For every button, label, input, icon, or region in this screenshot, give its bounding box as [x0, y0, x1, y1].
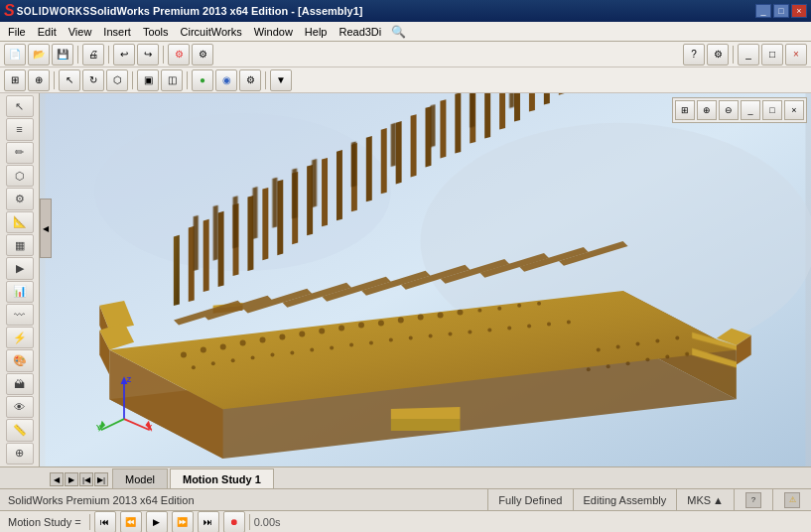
titlebar: S SOLIDWORKS SolidWorks Premium 2013 x64…: [0, 0, 811, 22]
menu-read3di[interactable]: Read3Di: [333, 24, 387, 40]
tab-motion-study-1[interactable]: Motion Study 1: [170, 468, 274, 488]
svg-point-107: [547, 323, 551, 327]
zoom-fit-button[interactable]: ⊞: [4, 69, 26, 91]
motion-forward-button[interactable]: ⏩: [172, 511, 194, 533]
toolbar-view: ⊞ ⊕ ↖ ↻ ⬡ ▣ ◫ ● ◉ ⚙ ▼: [0, 67, 811, 93]
help-icon-button[interactable]: ?: [683, 44, 705, 66]
motion-end-button[interactable]: ⏭: [198, 511, 219, 533]
sep7: [187, 71, 188, 89]
search-button[interactable]: 🔍: [391, 25, 406, 39]
render-button[interactable]: ◉: [215, 69, 237, 91]
tab-last-button[interactable]: ▶|: [94, 472, 108, 486]
svg-point-2: [94, 113, 390, 271]
sidebar-electric[interactable]: ⚡: [6, 327, 34, 348]
close-panel-button[interactable]: ×: [785, 44, 807, 66]
menu-tools[interactable]: Tools: [137, 24, 175, 40]
print-button[interactable]: 🖨: [82, 44, 104, 66]
svg-point-102: [448, 332, 452, 336]
sidebar-flow[interactable]: 〰: [6, 304, 34, 326]
sidebar-appearance[interactable]: 🎨: [6, 349, 34, 371]
options-extra-button[interactable]: ⚙: [707, 44, 729, 66]
sidebar-measure[interactable]: 📏: [6, 419, 34, 441]
menu-file[interactable]: File: [2, 24, 32, 40]
vp-maximize-button[interactable]: □: [762, 100, 782, 120]
view-orient-button[interactable]: ⬡: [106, 69, 128, 91]
vp-zoom-in-button[interactable]: ⊕: [697, 100, 717, 120]
window-controls: _ □ ×: [755, 4, 807, 18]
new-button[interactable]: 📄: [4, 44, 26, 66]
svg-point-115: [597, 348, 601, 352]
redo-button[interactable]: ↪: [137, 44, 159, 66]
menu-view[interactable]: View: [63, 24, 98, 40]
sidebar-simulation[interactable]: 📊: [6, 281, 34, 303]
sidebar-motion[interactable]: ▶: [6, 257, 34, 279]
section-view-button[interactable]: ◫: [161, 69, 183, 91]
sidebar-select[interactable]: ↖: [6, 95, 34, 117]
sidebar-smart-dim[interactable]: ≡: [6, 118, 34, 140]
close-button[interactable]: ×: [791, 4, 807, 18]
save-button[interactable]: 💾: [52, 44, 73, 66]
undo-button[interactable]: ↩: [113, 44, 135, 66]
status-warning-button[interactable]: ⚠: [772, 489, 811, 510]
settings2-button[interactable]: ⚙: [239, 69, 261, 91]
tab-first-button[interactable]: |◀: [79, 472, 93, 486]
svg-rect-30: [396, 121, 402, 184]
sidebar-mesh[interactable]: ▦: [6, 234, 34, 256]
motion-back-button[interactable]: ⏪: [120, 511, 142, 533]
material-button[interactable]: ●: [192, 69, 213, 91]
sidebar-sketch[interactable]: ✏: [6, 142, 34, 164]
motion-study-label: Motion Study =: [4, 516, 85, 528]
sidebar-view-ops[interactable]: 👁: [6, 396, 34, 418]
sidebar-scene[interactable]: 🏔: [6, 373, 34, 395]
rotate-button[interactable]: ↻: [82, 69, 104, 91]
vp-zoom-fit-button[interactable]: ⊞: [675, 100, 695, 120]
motion-sep-2: [249, 514, 250, 530]
menu-edit[interactable]: Edit: [32, 24, 63, 40]
svg-point-97: [349, 343, 353, 347]
sidebar-toggle[interactable]: ◀: [40, 199, 52, 258]
motion-rewind-button[interactable]: ⏮: [94, 511, 116, 533]
status-help-button[interactable]: ?: [734, 489, 772, 510]
sidebar-features[interactable]: ⬡: [6, 165, 34, 187]
svg-point-92: [250, 356, 254, 360]
sidebar-section-prop[interactable]: ⊕: [6, 443, 34, 465]
svg-point-111: [625, 362, 629, 366]
minimize-button[interactable]: _: [755, 4, 771, 18]
minimize-panel-button[interactable]: _: [738, 44, 759, 66]
svg-point-99: [389, 338, 393, 342]
svg-point-101: [428, 334, 432, 338]
maximize-button[interactable]: □: [773, 4, 789, 18]
motion-play-button[interactable]: ▶: [146, 511, 168, 533]
svg-point-84: [457, 310, 463, 316]
svg-rect-38: [514, 93, 520, 122]
viewport[interactable]: Z X Y ⊞ ⊕ ⊖ _ □ ×: [40, 93, 811, 466]
menu-insert[interactable]: Insert: [97, 24, 137, 40]
display-button[interactable]: ▣: [137, 69, 159, 91]
svg-point-118: [655, 339, 659, 343]
open-button[interactable]: 📂: [28, 44, 50, 66]
select-button[interactable]: ↖: [59, 69, 80, 91]
vp-close-button[interactable]: ×: [784, 100, 804, 120]
help-question-button[interactable]: ?: [745, 492, 761, 508]
vp-zoom-out-button[interactable]: ⊖: [719, 100, 739, 120]
motion-record-button[interactable]: ⏺: [223, 511, 245, 533]
tab-next-button[interactable]: ▶: [65, 472, 78, 486]
menu-window[interactable]: Window: [248, 24, 299, 40]
tab-prev-button[interactable]: ◀: [50, 472, 64, 486]
vp-minimize-button[interactable]: _: [741, 100, 760, 120]
sidebar-assembly[interactable]: ⚙: [6, 188, 34, 209]
options-button[interactable]: ⚙: [192, 44, 213, 66]
more-options-button[interactable]: ▼: [270, 69, 292, 91]
rebuild-button[interactable]: ⚙: [168, 44, 190, 66]
warning-icon-button[interactable]: ⚠: [784, 492, 800, 508]
zoom-in-button[interactable]: ⊕: [28, 69, 50, 91]
sep8: [265, 71, 266, 89]
restore-panel-button[interactable]: □: [761, 44, 783, 66]
svg-point-78: [338, 326, 344, 332]
svg-point-70: [181, 352, 187, 358]
motion-sep-1: [89, 514, 90, 530]
tab-model[interactable]: Model: [112, 468, 168, 488]
sidebar-evaluate[interactable]: 📐: [6, 211, 34, 233]
menu-circuitworks[interactable]: CircuitWorks: [175, 24, 248, 40]
menu-help[interactable]: Help: [299, 24, 334, 40]
